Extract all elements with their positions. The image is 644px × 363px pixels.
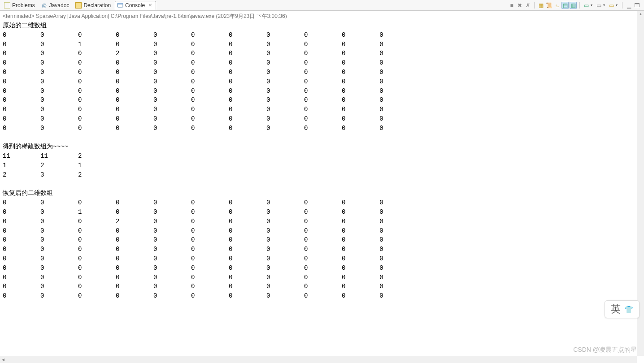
maximize-view-icon[interactable]: 🗖 — [633, 2, 640, 9]
show-console-stdout-icon[interactable]: ▤ — [561, 2, 569, 9]
horizontal-scrollbar[interactable]: ◂ — [0, 356, 637, 363]
scroll-left-icon[interactable]: ◂ — [1, 357, 5, 362]
tab-label: Problems — [12, 2, 35, 9]
tab-group: Problems @ Javadoc Declaration Console ✕ — [2, 1, 156, 10]
scroll-up-icon[interactable]: ▴ — [638, 12, 643, 16]
remove-all-icon[interactable]: ✗ — [524, 2, 531, 9]
tab-problems[interactable]: Problems — [2, 1, 39, 10]
terminate-icon[interactable]: ■ — [508, 2, 515, 9]
svg-rect-1 — [117, 3, 123, 4]
console-process-status: <terminated> SparseArray [Java Applicati… — [0, 11, 644, 21]
new-console-icon[interactable]: ▭ — [608, 2, 615, 9]
console-toolbar: ■ ✖ ✗ ▦ 📜 ⎁ ▤ ▥ ▭ ▾ ▭ ▾ ▭ ▾ ▁ 🗖 — [508, 2, 642, 9]
close-icon[interactable]: ✕ — [148, 3, 152, 8]
display-selected-icon[interactable]: ▭ — [583, 2, 590, 9]
open-console-icon[interactable]: ▭ — [595, 2, 602, 9]
separator — [534, 2, 535, 9]
tab-declaration[interactable]: Declaration — [73, 1, 115, 10]
separator — [579, 2, 580, 9]
console-text: 原始的二维数组 0 0 0 0 0 0 0 0 0 0 0 0 0 1 0 0 … — [3, 21, 644, 301]
ime-settings-icon[interactable]: 👕 — [624, 305, 633, 314]
tab-label: Javadoc — [49, 2, 70, 9]
console-icon — [117, 2, 123, 9]
scroll-lock-icon[interactable]: 📜 — [545, 2, 553, 9]
tab-console[interactable]: Console ✕ — [115, 1, 156, 10]
dropdown-icon[interactable]: ▾ — [616, 2, 619, 9]
ime-mode-label: 英 — [611, 302, 621, 316]
remove-launch-icon[interactable]: ✖ — [516, 2, 523, 9]
problems-icon — [4, 2, 10, 9]
separator — [622, 2, 622, 9]
minimize-view-icon[interactable]: ▁ — [625, 2, 632, 9]
views-tabbar: Problems @ Javadoc Declaration Console ✕… — [0, 0, 644, 11]
javadoc-icon: @ — [41, 2, 48, 9]
console-output-area[interactable]: 原始的二维数组 0 0 0 0 0 0 0 0 0 0 0 0 0 1 0 0 … — [0, 21, 644, 355]
clear-console-icon[interactable]: ▦ — [537, 2, 544, 9]
declaration-icon — [75, 2, 82, 9]
dropdown-icon[interactable]: ▾ — [591, 2, 594, 9]
tab-javadoc[interactable]: @ Javadoc — [39, 1, 74, 10]
tab-label: Declaration — [83, 2, 111, 9]
tab-label: Console — [125, 2, 145, 9]
ime-indicator[interactable]: 英 👕 — [605, 300, 640, 318]
show-console-stderr-icon[interactable]: ▥ — [570, 2, 577, 9]
dropdown-icon[interactable]: ▾ — [603, 2, 607, 9]
word-wrap-icon[interactable]: ⎁ — [553, 2, 561, 9]
